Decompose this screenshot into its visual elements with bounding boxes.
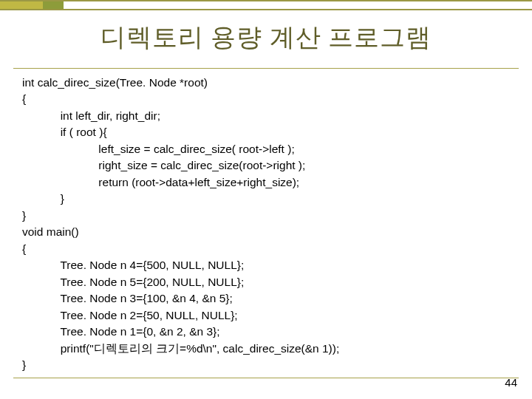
code-line: if ( root ){ [22,126,107,138]
code-line: { [22,92,26,105]
code-line: printf("디렉토리의 크기=%d\n", calc_direc_size(… [22,342,339,355]
code-line: Tree. Node n 2={50, NULL, NULL}; [22,309,238,321]
accent-olive [43,1,64,9]
code-line: } [22,358,26,371]
page-number: 44 [505,376,517,389]
code-line: Tree. Node n 1={0, &n 2, &n 3}; [22,325,220,338]
accent-gold [0,1,43,9]
code-line: void main() [22,225,79,238]
code-line: return (root->data+left_size+right_size)… [22,176,299,188]
code-line: } [22,209,26,222]
code-line: int calc_direc_size(Tree. Node *root) [22,76,208,89]
code-line: } [22,192,64,205]
code-line: Tree. Node n 4={500, NULL, NULL}; [22,259,244,271]
code-block: int calc_direc_size(Tree. Node *root) { … [13,75,519,373]
code-line: right_size = calc_direc_size(root->right… [22,159,305,171]
code-frame: int calc_direc_size(Tree. Node *root) { … [13,68,519,378]
code-line: { [22,242,26,255]
accent-blank [64,1,532,9]
slide-title: 디렉토리 용량 계산 프로그램 [0,21,532,55]
code-line: int left_dir, right_dir; [22,109,160,122]
code-line: Tree. Node n 3={100, &n 4, &n 5}; [22,292,233,304]
code-line: Tree. Node n 5={200, NULL, NULL}; [22,276,244,288]
code-line: left_size = calc_direc_size( root->left … [22,143,295,155]
top-accent-bar [0,0,532,10]
